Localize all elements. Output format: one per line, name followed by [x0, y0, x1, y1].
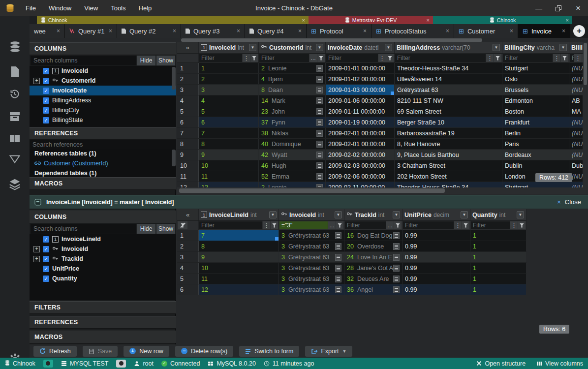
search-columns-input[interactable]: Search columns [31, 224, 136, 234]
open-lookup-icon[interactable] [393, 276, 400, 282]
cell[interactable]: 3 Chatham Street [395, 160, 502, 171]
list-scrollbar[interactable] [172, 150, 176, 166]
filter-menu-button[interactable]: ⋮ [553, 54, 560, 62]
filter-icon[interactable] [0, 154, 30, 164]
row-number[interactable]: 2 [177, 74, 199, 84]
open-lookup-icon[interactable] [316, 141, 323, 148]
filter-funnel-icon[interactable] [494, 54, 501, 62]
column-header-quantity[interactable]: Quantityint▼ [470, 209, 526, 220]
checkbox-checked[interactable]: ✓ [43, 246, 49, 252]
cell[interactable]: 9 [199, 150, 259, 160]
checkbox-checked[interactable]: ✓ [43, 78, 49, 84]
connection-color-swatch[interactable] [116, 360, 126, 368]
statusbar-connection[interactable]: MYSQL TEST [61, 360, 109, 367]
table-row[interactable]: 7738Niklas2009-02-01 00:00:00Barbarossas… [177, 128, 588, 139]
column-header-invoicedate[interactable]: InvoiceDatedateti▼ [326, 42, 395, 53]
tab-query-1[interactable]: Query #1× [65, 24, 117, 38]
cell[interactable]: 69 Salem Street [395, 106, 502, 117]
cell[interactable]: 10 [199, 263, 279, 273]
horizontal-scrollbar[interactable] [177, 187, 588, 194]
cell[interactable]: 8, Rue Hanovre [395, 139, 502, 149]
table-row[interactable]: 9942Wyatt2009-02-02 00:00:009, Place Lou… [177, 150, 588, 160]
table-row[interactable]: 4103Grétrystraat 6328Janie's Got A0.991 [177, 263, 526, 274]
table-row[interactable]: 283Grétrystraat 6320Overdose0.991 [177, 241, 526, 252]
cell[interactable]: 3Grétrystraat 63 [279, 263, 344, 273]
table-row[interactable]: 8840Dominique2009-02-01 00:00:008, Rue H… [177, 139, 588, 150]
cell[interactable]: 42Wyatt [259, 150, 326, 160]
table-row[interactable]: 224Bjørn2009-01-02 00:00:00Ullevålsveien… [177, 74, 588, 85]
detail-macros-section-header[interactable]: MACROS [30, 331, 176, 343]
minimize-icon[interactable]: — [529, 0, 549, 16]
close-group-icon[interactable]: × [427, 17, 430, 23]
cell[interactable]: 2 [199, 74, 259, 84]
cell[interactable]: 0.99 [402, 241, 470, 251]
detail-columns-section-header[interactable]: COLUMNS [30, 211, 176, 223]
row-number[interactable]: 6 [177, 284, 199, 295]
cell[interactable]: 0.99 [402, 274, 470, 284]
hide-button[interactable]: Hide [137, 56, 155, 65]
row-number[interactable]: 1 [177, 63, 199, 73]
open-lookup-icon[interactable] [393, 254, 400, 261]
cell[interactable]: 3 [199, 85, 259, 95]
filter-funnel-icon[interactable] [518, 221, 526, 229]
checkbox-checked[interactable]: ✓ [43, 266, 49, 272]
menu-view[interactable]: View [84, 4, 98, 12]
open-lookup-icon[interactable] [335, 265, 341, 272]
filter-input-billingcity[interactable]: Filter [503, 54, 553, 62]
chevron-down-icon[interactable]: ▼ [393, 211, 400, 218]
checkbox-checked[interactable]: ✓ [43, 97, 49, 104]
close-tab-icon[interactable]: × [173, 28, 176, 34]
cell[interactable]: 6 [199, 117, 259, 127]
row-number[interactable]: 6 [177, 117, 199, 127]
open-lookup-icon[interactable] [316, 65, 323, 72]
layers-icon[interactable] [0, 178, 30, 190]
column-item-invoicelineid[interactable]: ✓1InvoiceLineId [30, 234, 176, 244]
menu-help[interactable]: Help [139, 4, 152, 12]
close-group-icon[interactable]: × [566, 17, 569, 23]
connection-group-metrostav[interactable]: Metrostav-Evr-DEV × [309, 16, 433, 24]
row-number[interactable]: 3 [177, 252, 199, 262]
hide-button[interactable]: Hide [137, 224, 155, 234]
row-number[interactable]: 5 [177, 106, 199, 117]
row-number[interactable]: 8 [177, 139, 199, 149]
open-structure-button[interactable]: Open structure [476, 360, 526, 367]
cell[interactable]: 9, Place Louis Barthou [395, 150, 502, 160]
close-group-icon[interactable]: × [302, 17, 305, 23]
cell[interactable]: 1 [470, 263, 526, 273]
column-item-billingcity[interactable]: ✓BillingCity [30, 105, 176, 115]
cell[interactable]: 10 [199, 160, 259, 171]
archive-icon[interactable] [0, 111, 30, 122]
delete-rows-button[interactable]: − Delete row(s) [175, 346, 233, 357]
show-button[interactable]: Show [156, 56, 175, 65]
menu-file[interactable]: File [26, 4, 36, 12]
cell[interactable]: 11 [199, 274, 279, 284]
database-icon[interactable] [0, 41, 30, 53]
cell[interactable]: 2009-01-06 00:00:00 [326, 95, 395, 106]
detail-references-section-header[interactable]: REFERENCES [30, 316, 176, 329]
history-icon[interactable] [0, 88, 30, 100]
cell[interactable]: 9 [199, 252, 279, 262]
cell[interactable]: Edmonton [502, 95, 569, 106]
row-number[interactable]: 7 [177, 128, 199, 138]
filter-menu-button[interactable]: ⋮ [242, 54, 250, 62]
cell[interactable]: 16Dog Eat Dog [344, 230, 402, 241]
column-item-billingstate[interactable]: ✓BillingState [30, 115, 176, 125]
cell[interactable]: Ullevålsveien 14 [395, 74, 502, 84]
macros-section-header[interactable]: MACROS [30, 177, 176, 190]
cell[interactable]: 1 [470, 241, 526, 251]
column-header-customerid[interactable]: CustomerIdint▼ [259, 42, 326, 53]
cell[interactable]: 2009-01-19 00:00:00 [326, 117, 395, 127]
cell[interactable]: 3Grétrystraat 63 [279, 252, 344, 262]
filter-input-billingstate[interactable]: Filter [570, 54, 574, 62]
columns-section-header[interactable]: COLUMNS [30, 42, 176, 55]
filter-input-invoiceid[interactable]: Filter [199, 54, 242, 62]
open-lookup-icon[interactable] [316, 87, 323, 93]
tab-query-4[interactable]: Query #4× [245, 24, 307, 38]
cell[interactable]: Bordeaux [502, 150, 569, 160]
cell[interactable]: 37Fynn [259, 117, 326, 127]
cell[interactable]: 1 [470, 230, 526, 241]
close-detail-button[interactable]: Close [565, 198, 581, 206]
table-row[interactable]: 5523John2009-01-11 00:00:0069 Salem Stre… [177, 106, 588, 117]
cell[interactable]: Paris [502, 139, 569, 149]
open-lookup-icon[interactable] [316, 108, 323, 115]
